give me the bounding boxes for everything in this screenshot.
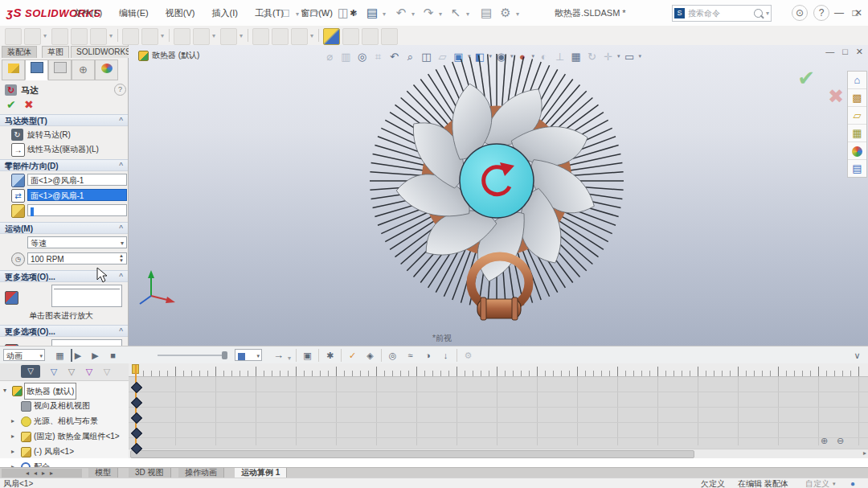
rebuild-list-icon[interactable]: ▤ xyxy=(477,4,495,22)
play-from-start-icon[interactable]: ▶ xyxy=(71,349,84,362)
motion-function-select[interactable]: 等速▾ xyxy=(27,236,127,248)
spinner-arrows-icon[interactable]: ▲▼ xyxy=(117,253,125,264)
collapse-chevron-icon[interactable]: ^ xyxy=(119,160,123,172)
edit-component-icon[interactable] xyxy=(5,28,22,45)
filter-all-icon[interactable]: ▽ xyxy=(21,365,40,378)
tab-configurationmanager-icon[interactable] xyxy=(48,59,72,80)
select-dropdown-icon[interactable]: ▾ xyxy=(465,10,471,18)
motor-type-linear-option[interactable]: → 线性马达(驱动器)(L) xyxy=(6,143,122,156)
save-animation-icon[interactable]: ▣ xyxy=(301,349,314,362)
cancel-button[interactable]: ✖ xyxy=(24,98,34,111)
redo-icon[interactable]: ↷ xyxy=(420,4,437,22)
pm-help-icon[interactable]: ? xyxy=(114,84,126,96)
tab-motion-study-1[interactable]: 运动算例 1 xyxy=(235,468,287,478)
open-dropdown-icon[interactable]: ▾ xyxy=(323,10,330,18)
menu-file[interactable]: 文件(F) xyxy=(66,0,109,26)
animation-wizard-icon[interactable]: ✱ xyxy=(323,349,337,362)
new-document-icon[interactable]: □ xyxy=(276,4,294,22)
tree-row-orientation[interactable]: 视向及相机视图 xyxy=(0,398,129,413)
help-icon[interactable]: ? xyxy=(813,5,829,21)
close-button[interactable]: ✕ xyxy=(849,3,868,23)
section-motion[interactable]: 运动(M)^ xyxy=(0,222,128,234)
motor-type-rotary-option[interactable]: ↻ 旋转马达(R) xyxy=(6,129,122,141)
stop-icon[interactable]: ■ xyxy=(106,349,120,362)
collapse-chevron-icon[interactable]: ^ xyxy=(119,271,123,283)
bill-of-materials-icon[interactable] xyxy=(252,28,269,45)
section-more-options-load[interactable]: 更多选项(O)...^ xyxy=(0,325,128,337)
status-custom[interactable]: 自定义 xyxy=(805,478,829,488)
scroll-right-icon[interactable]: ▸ xyxy=(863,449,866,457)
play-icon[interactable]: ▶ xyxy=(88,349,102,362)
tab-assembly[interactable]: 装配体 xyxy=(2,46,37,58)
home-icon[interactable]: ⌂ xyxy=(256,4,273,22)
reference-geometry-icon[interactable] xyxy=(193,28,210,45)
tree-row-lights[interactable]: ▸ 光源、相机与布景 xyxy=(0,413,129,429)
redo-dropdown-icon[interactable]: ▾ xyxy=(437,10,444,18)
motion-study-dropdown-icon[interactable]: ▾ xyxy=(238,32,244,39)
options-gear-icon[interactable]: ⚙ xyxy=(497,4,514,22)
show-hidden-dropdown-icon[interactable]: ▾ xyxy=(159,32,166,39)
motion-direction-field[interactable]: 面<1>@风扇-1 xyxy=(27,189,127,201)
timeline-area[interactable]: ⊕ ⊖ ▸ xyxy=(129,363,868,458)
tab-propertymanager-icon[interactable] xyxy=(25,59,48,80)
graphics-viewport[interactable]: 散热器 (默认) ⌀ ▥ ◎ ⌗ ↶ ⌕ ◫ ▱ ▣▾ ◧▾ ◉▾ ●▾ ◐ ⊥… xyxy=(129,45,868,346)
fan-hub[interactable] xyxy=(460,144,534,218)
timeline-zoom-out-icon[interactable]: ⊖ xyxy=(833,435,847,447)
new-document-dropdown-icon[interactable]: ▾ xyxy=(294,10,301,18)
status-globe-icon[interactable]: ● xyxy=(850,478,855,488)
options-dropdown-icon[interactable]: ▾ xyxy=(514,10,521,18)
large-design-review-icon[interactable] xyxy=(381,28,398,45)
contact-tool-icon[interactable]: ◑ xyxy=(421,349,435,362)
command-search-input[interactable]: S 搜索命令 ▾ xyxy=(672,5,772,22)
study-properties-icon[interactable]: ⚙ xyxy=(461,349,475,362)
section-component-direction[interactable]: 零部件/方向(D)^ xyxy=(0,159,128,171)
save-icon[interactable]: ◫ xyxy=(334,4,352,22)
search-scope-icon[interactable]: S xyxy=(674,8,685,18)
mate-icon[interactable] xyxy=(51,28,68,45)
filter-driving-icon[interactable]: ▽ xyxy=(64,365,79,378)
loop-mode-icon[interactable]: → xyxy=(272,349,285,362)
collapse-chevron-icon[interactable]: ^ xyxy=(119,326,123,338)
tree-row-heatsink-component[interactable]: ▸ (固定) 散热金属组件<1> xyxy=(0,429,129,444)
search-dropdown-icon[interactable]: ▾ xyxy=(764,10,771,17)
expander-icon[interactable]: ▸ xyxy=(11,444,14,459)
explode-line-sketch-icon[interactable] xyxy=(323,28,340,45)
gravity-tool-icon[interactable]: ↓ xyxy=(439,349,452,362)
new-motion-study-icon[interactable] xyxy=(220,28,237,45)
open-icon[interactable]: ▱ xyxy=(305,4,323,22)
tree-row-assembly[interactable]: ▾ 散热器 (默认) xyxy=(0,383,129,398)
slider-handle[interactable] xyxy=(222,351,227,359)
motor-profile-graph[interactable] xyxy=(51,285,122,307)
timeline-horizontal-scrollbar[interactable]: ▸ xyxy=(129,449,868,458)
tree-row-fan-component[interactable]: ▸ (-) 风扇<1> xyxy=(0,444,129,459)
tab-dimxpert-icon[interactable]: ⊕ xyxy=(72,59,95,80)
collapse-chevron-icon[interactable]: ^ xyxy=(119,115,123,127)
instant3d-dropdown-icon[interactable]: ▾ xyxy=(309,32,315,39)
menu-insert[interactable]: 插入(I) xyxy=(205,0,245,26)
study-type-select[interactable]: 动画▾ xyxy=(3,349,45,361)
take-snapshot-icon[interactable] xyxy=(362,28,379,45)
motion-location-field[interactable]: 面<1>@风扇-1 xyxy=(27,174,127,186)
filter-results-icon[interactable]: ▽ xyxy=(100,365,114,378)
instant3d-icon[interactable] xyxy=(291,28,308,45)
loop-mode-dropdown-icon[interactable]: ▾ xyxy=(286,355,293,362)
menu-view[interactable]: 视图(V) xyxy=(158,0,203,26)
ok-button[interactable]: ✔ xyxy=(6,98,16,111)
tab-scroll-buttons[interactable]: ◂◂▸▸ xyxy=(2,469,82,478)
tab-sketch[interactable]: 草图 xyxy=(42,46,69,58)
undo-icon[interactable]: ↶ xyxy=(392,4,410,22)
menu-edit[interactable]: 编辑(E) xyxy=(112,0,156,26)
motor-tool-icon[interactable]: ◎ xyxy=(386,349,399,362)
timeline-zoom-in-icon[interactable]: ⊕ xyxy=(817,435,831,447)
assembly-features-icon[interactable] xyxy=(174,28,190,45)
status-custom-dropdown-icon[interactable]: ▾ xyxy=(833,478,836,488)
update-speedpak-icon[interactable] xyxy=(342,28,359,45)
section-more-options-graph[interactable]: 更多选项(O)...^ xyxy=(0,270,128,282)
print-icon[interactable]: ▤ xyxy=(363,4,381,22)
user-account-icon[interactable]: ⊙ xyxy=(792,5,808,21)
move-component-icon[interactable] xyxy=(122,28,139,45)
tab-motion-study-animation[interactable]: 操作动画 xyxy=(178,468,224,478)
fan-heatsink-model[interactable] xyxy=(129,45,868,346)
reference-geometry-dropdown-icon[interactable]: ▾ xyxy=(211,32,217,39)
collapse-motionmanager-icon[interactable]: ∨ xyxy=(850,349,864,362)
